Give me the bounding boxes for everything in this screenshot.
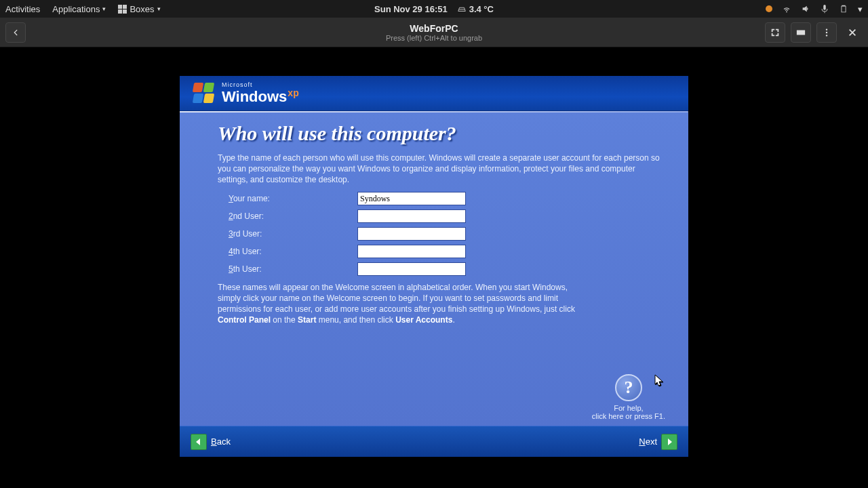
arrow-left-icon — [191, 434, 207, 450]
chevron-left-icon — [11, 28, 20, 37]
kebab-menu-icon — [822, 28, 831, 37]
keyboard-icon — [796, 28, 806, 37]
activities-button[interactable]: Activities — [5, 4, 40, 14]
microphone-icon[interactable] — [820, 4, 829, 14]
gnome-top-bar: Activities Applications ▾ Boxes ▾ Sun No… — [0, 0, 868, 18]
window-title: WebForPC — [386, 23, 482, 34]
mouse-cursor-icon — [654, 374, 664, 388]
windows-brand: Microsoft Windowsxp — [222, 82, 299, 104]
note-text: These names will appear on the Welcome s… — [218, 283, 584, 325]
close-icon — [848, 28, 857, 37]
user-row-5: 5th User: — [229, 262, 664, 276]
user-label-3: 3rd User: — [229, 229, 357, 239]
user-row-4: 4th User: — [229, 245, 664, 258]
user-row-3: 3rd User: — [229, 227, 664, 241]
applications-menu[interactable]: Applications ▾ — [52, 4, 106, 14]
vm-viewport: Microsoft Windowsxp Who will use this co… — [0, 47, 868, 488]
boxes-label: Boxes — [130, 4, 154, 14]
chevron-down-icon: ▾ — [102, 5, 106, 12]
intro-text: Type the name of each person who will us… — [218, 153, 664, 185]
user-label-1: Your name: — [229, 194, 357, 203]
battery-icon[interactable] — [839, 4, 848, 14]
back-button[interactable] — [5, 22, 26, 43]
user-input-2[interactable] — [357, 209, 466, 223]
volume-icon[interactable] — [801, 4, 810, 14]
user-row-2: 2nd User: — [229, 209, 664, 223]
user-label-5: 5th User: — [229, 264, 357, 274]
windows-xp-setup-screen: Microsoft Windowsxp Who will use this co… — [180, 76, 688, 457]
close-button[interactable] — [842, 22, 863, 43]
brand-xp: xp — [288, 87, 298, 98]
svg-point-0 — [826, 28, 827, 30]
user-input-1[interactable] — [357, 192, 466, 205]
page-title: Who will use this computer? — [218, 122, 664, 145]
svg-point-2 — [826, 35, 827, 36]
user-label-2: 2nd User: — [229, 211, 357, 221]
menu-button[interactable] — [816, 22, 837, 43]
brand-windows: Windows — [222, 88, 287, 105]
help-line2: click here or press F1. — [592, 412, 665, 420]
keyboard-button[interactable] — [791, 22, 811, 43]
user-label-4: 4th User: — [229, 247, 357, 256]
boxes-grid-icon — [118, 5, 127, 14]
back-button-xp[interactable]: Back — [191, 434, 231, 450]
window-title-wrap: WebForPC Press (left) Ctrl+Alt to ungrab — [386, 23, 482, 42]
svg-point-1 — [826, 31, 827, 33]
boxes-menu[interactable]: Boxes ▾ — [118, 4, 160, 14]
user-row-1: Your name: — [229, 192, 664, 205]
fullscreen-icon — [770, 28, 780, 37]
temperature-label: 3.4 °C — [469, 4, 494, 14]
windows-flag-icon — [192, 81, 216, 106]
user-input-4[interactable] — [357, 245, 466, 258]
next-button-xp[interactable]: Next — [639, 434, 677, 450]
applications-label: Applications — [52, 4, 100, 14]
user-input-3[interactable] — [357, 227, 466, 241]
arrow-right-icon — [661, 434, 677, 450]
system-menu-chevron-icon[interactable]: ▾ — [858, 4, 863, 14]
help-line1: For help, — [592, 404, 665, 412]
window-subtitle: Press (left) Ctrl+Alt to ungrab — [386, 34, 482, 42]
fullscreen-button[interactable] — [765, 22, 785, 43]
status-dot-icon[interactable] — [766, 5, 772, 12]
chevron-down-icon: ▾ — [157, 5, 161, 12]
wifi-icon[interactable] — [782, 4, 791, 14]
user-input-5[interactable] — [357, 262, 466, 276]
xp-header: Microsoft Windowsxp — [180, 76, 688, 111]
boxes-header-bar: WebForPC Press (left) Ctrl+Alt to ungrab — [0, 18, 868, 47]
weather-indicator[interactable]: 3.4 °C — [457, 4, 494, 14]
xp-footer: Back Next — [180, 426, 688, 457]
xp-body: Who will use this computer? Type the nam… — [180, 113, 688, 426]
weather-icon — [457, 4, 467, 14]
help-icon: ? — [615, 374, 642, 401]
clock[interactable]: Sun Nov 29 16:51 — [374, 4, 448, 14]
